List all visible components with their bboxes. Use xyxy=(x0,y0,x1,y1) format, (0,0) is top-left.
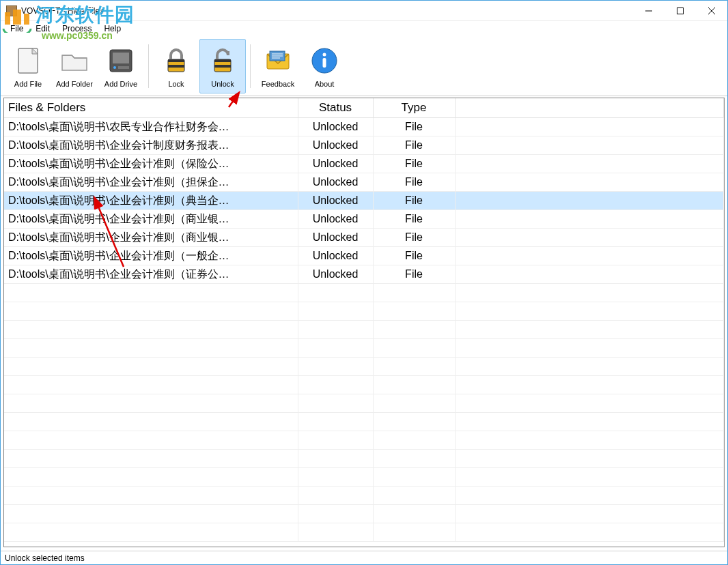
cell-status[interactable]: Unlocked xyxy=(298,229,373,247)
cell-path[interactable]: D:\tools\桌面\说明书\企业会计制度财务报表… xyxy=(4,136,298,155)
toolbar-separator-2 xyxy=(250,44,251,88)
toolbar-separator xyxy=(148,44,149,88)
table-row-empty xyxy=(4,523,724,542)
cell-path[interactable]: D:\tools\桌面\说明书\企业会计准则（商业银… xyxy=(4,210,298,229)
cell-empty xyxy=(455,229,724,247)
svg-point-8 xyxy=(113,66,116,69)
menu-process[interactable]: Process xyxy=(57,23,97,35)
cell-status[interactable]: Unlocked xyxy=(298,136,373,155)
cell-status[interactable]: Unlocked xyxy=(298,210,373,229)
table-row[interactable]: D:\tools\桌面\说明书\企业会计准则（保险公…UnlockedFile xyxy=(4,155,724,173)
add-file-button[interactable]: Add File xyxy=(5,39,51,93)
info-icon xyxy=(308,44,341,77)
table-row[interactable]: D:\tools\桌面\说明书\企业会计准则（商业银…UnlockedFile xyxy=(4,210,724,229)
menu-help[interactable]: Help xyxy=(98,23,126,35)
cell-status[interactable]: Unlocked xyxy=(298,118,373,136)
titlebar: VOVSOFT - Hide Files xyxy=(1,1,727,21)
svg-rect-11 xyxy=(168,59,184,62)
table-row-empty xyxy=(4,505,724,523)
menu-edit[interactable]: Edit xyxy=(30,23,55,35)
cell-path[interactable]: D:\tools\桌面\说明书\企业会计准则（一般企… xyxy=(4,247,298,265)
cell-path[interactable]: D:\tools\桌面\说明书\企业会计准则（担保企… xyxy=(4,173,298,192)
unlock-label: Unlock xyxy=(211,80,234,88)
lock-label: Lock xyxy=(168,80,184,88)
table-row-empty xyxy=(4,468,724,487)
cell-path[interactable]: D:\tools\桌面\说明书\农民专业合作社财务会… xyxy=(4,118,298,136)
table-row-empty xyxy=(4,358,724,376)
maximize-button[interactable] xyxy=(664,1,696,20)
cell-status[interactable]: Unlocked xyxy=(298,173,373,192)
grid-header-row[interactable]: Files & Folders Status Type xyxy=(4,98,724,118)
table-row[interactable]: D:\tools\桌面\说明书\企业会计制度财务报表…UnlockedFile xyxy=(4,136,724,155)
table-row[interactable]: D:\tools\桌面\说明书\企业会计准则（商业银…UnlockedFile xyxy=(4,229,724,247)
svg-rect-12 xyxy=(168,65,184,68)
cell-status[interactable]: Unlocked xyxy=(298,265,373,284)
unlock-button[interactable]: Unlock xyxy=(199,39,246,93)
cell-type[interactable]: File xyxy=(373,192,455,210)
add-folder-button[interactable]: Add Folder xyxy=(51,39,98,93)
cell-empty xyxy=(455,136,724,155)
cell-type[interactable]: File xyxy=(373,210,455,229)
table-row[interactable]: D:\tools\桌面\说明书\农民专业合作社财务会…UnlockedFile xyxy=(4,118,724,136)
table-row-empty xyxy=(4,284,724,302)
table-row[interactable]: D:\tools\桌面\说明书\企业会计准则（证券公…UnlockedFile xyxy=(4,265,724,284)
cell-empty xyxy=(455,155,724,173)
table-row-empty xyxy=(4,450,724,468)
file-icon xyxy=(12,44,44,77)
header-type[interactable]: Type xyxy=(373,98,455,118)
cell-type[interactable]: File xyxy=(373,265,455,284)
unlock-icon xyxy=(206,44,239,77)
lock-icon xyxy=(160,44,193,77)
table-row-empty xyxy=(4,376,724,394)
cell-status[interactable]: Unlocked xyxy=(298,155,373,173)
svg-rect-7 xyxy=(113,53,129,63)
cell-empty xyxy=(455,265,724,284)
cell-path[interactable]: D:\tools\桌面\说明书\企业会计准则（典当企… xyxy=(4,192,298,210)
cell-status[interactable]: Unlocked xyxy=(298,247,373,265)
cell-type[interactable]: File xyxy=(373,136,455,155)
close-button[interactable] xyxy=(696,1,727,20)
lock-button[interactable]: Lock xyxy=(153,39,199,93)
cell-empty xyxy=(455,118,724,136)
envelope-icon xyxy=(262,44,294,77)
cell-empty xyxy=(455,173,724,192)
table-row-empty xyxy=(4,413,724,431)
table-row-empty xyxy=(4,321,724,339)
add-file-label: Add File xyxy=(14,80,42,88)
cell-type[interactable]: File xyxy=(373,247,455,265)
app-icon xyxy=(6,5,17,16)
about-button[interactable]: About xyxy=(301,39,348,93)
menu-file[interactable]: File xyxy=(5,23,29,35)
table-row-empty xyxy=(4,431,724,450)
table-row[interactable]: D:\tools\桌面\说明书\企业会计准则（一般企…UnlockedFile xyxy=(4,247,724,265)
window-title: VOVSOFT - Hide Files xyxy=(21,6,104,16)
svg-rect-15 xyxy=(214,65,231,68)
minimize-button[interactable] xyxy=(633,1,664,20)
header-files[interactable]: Files & Folders xyxy=(4,98,298,118)
cell-type[interactable]: File xyxy=(373,155,455,173)
feedback-button[interactable]: Feedback xyxy=(255,39,301,93)
header-status[interactable]: Status xyxy=(298,98,373,118)
file-grid-wrap: Files & Folders Status Type D:\tools\桌面\… xyxy=(3,98,725,547)
toolbar: Add File Add Folder Add Drive xyxy=(1,36,727,96)
table-row-empty xyxy=(4,487,724,505)
about-label: About xyxy=(315,80,335,88)
file-grid[interactable]: Files & Folders Status Type D:\tools\桌面\… xyxy=(4,98,724,542)
statusbar: Unlock selected items xyxy=(1,551,727,564)
add-drive-button[interactable]: Add Drive xyxy=(98,39,144,93)
svg-point-22 xyxy=(323,53,326,56)
cell-path[interactable]: D:\tools\桌面\说明书\企业会计准则（证券公… xyxy=(4,265,298,284)
table-row[interactable]: D:\tools\桌面\说明书\企业会计准则（典当企…UnlockedFile xyxy=(4,192,724,210)
svg-rect-14 xyxy=(214,59,231,62)
menubar: File Edit Process Help xyxy=(1,21,727,36)
svg-rect-9 xyxy=(118,66,129,69)
cell-path[interactable]: D:\tools\桌面\说明书\企业会计准则（保险公… xyxy=(4,155,298,173)
cell-type[interactable]: File xyxy=(373,173,455,192)
table-row[interactable]: D:\tools\桌面\说明书\企业会计准则（担保企…UnlockedFile xyxy=(4,173,724,192)
cell-status[interactable]: Unlocked xyxy=(298,192,373,210)
statusbar-text: Unlock selected items xyxy=(5,553,85,563)
cell-type[interactable]: File xyxy=(373,229,455,247)
cell-type[interactable]: File xyxy=(373,118,455,136)
add-folder-label: Add Folder xyxy=(56,80,93,88)
cell-path[interactable]: D:\tools\桌面\说明书\企业会计准则（商业银… xyxy=(4,229,298,247)
